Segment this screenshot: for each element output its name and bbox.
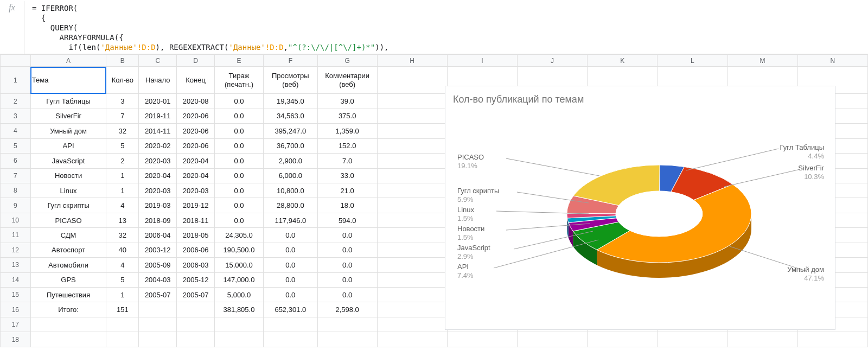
cell[interactable]: 2019-12 bbox=[177, 198, 215, 213]
cell[interactable]: 5,000.0 bbox=[215, 288, 264, 302]
row-header[interactable]: 3 bbox=[1, 109, 31, 123]
cell[interactable] bbox=[377, 288, 447, 302]
cell[interactable] bbox=[377, 67, 447, 94]
row-header[interactable]: 1 bbox=[1, 67, 31, 94]
col-M[interactable]: M bbox=[727, 55, 797, 67]
cell[interactable]: 2003-12 bbox=[139, 243, 177, 257]
cell[interactable]: 2005-12 bbox=[177, 272, 215, 287]
cell[interactable]: 7 bbox=[106, 109, 139, 123]
cell[interactable]: 2006-04 bbox=[139, 228, 177, 243]
cell[interactable] bbox=[30, 317, 106, 332]
cell[interactable]: 0.0 bbox=[263, 228, 317, 243]
cell[interactable]: Автомобили bbox=[30, 258, 106, 272]
cell[interactable]: 39.0 bbox=[317, 94, 377, 109]
cell[interactable]: 2018-05 bbox=[177, 228, 215, 243]
cell[interactable] bbox=[30, 332, 106, 347]
cell[interactable]: 5 bbox=[106, 138, 139, 153]
cell[interactable] bbox=[177, 332, 215, 347]
cell[interactable] bbox=[215, 317, 264, 332]
cell[interactable] bbox=[377, 317, 447, 332]
row-header[interactable]: 12 bbox=[1, 243, 31, 257]
cell[interactable]: Новости bbox=[30, 168, 106, 183]
cell[interactable]: 1 bbox=[106, 288, 139, 302]
cell[interactable]: 2,900.0 bbox=[263, 154, 317, 168]
cell[interactable]: 2020-04 bbox=[139, 168, 177, 183]
cell[interactable]: Linux bbox=[30, 183, 106, 198]
row-header[interactable]: 2 bbox=[1, 94, 31, 109]
row-header[interactable]: 16 bbox=[1, 302, 31, 317]
row-header[interactable]: 6 bbox=[1, 154, 31, 168]
col-D[interactable]: D bbox=[177, 55, 215, 67]
cell[interactable]: 19,345.0 bbox=[263, 94, 317, 109]
cell[interactable]: 2014-11 bbox=[139, 124, 177, 138]
cell[interactable]: 0.0 bbox=[215, 198, 264, 213]
cell[interactable]: 4 bbox=[106, 198, 139, 213]
cell[interactable]: 18.0 bbox=[317, 198, 377, 213]
cell[interactable] bbox=[797, 332, 867, 347]
cell[interactable]: 2020-03 bbox=[139, 154, 177, 168]
cell[interactable]: 1 bbox=[106, 168, 139, 183]
formula-input[interactable]: = IFERROR( { QUERY( ARRAYFORMULA({ if(le… bbox=[24, 1, 389, 62]
cell[interactable]: 2006-03 bbox=[177, 258, 215, 272]
cell[interactable]: 2020-03 bbox=[177, 183, 215, 198]
col-N[interactable]: N bbox=[797, 55, 867, 67]
cell[interactable]: Гугл Таблицы bbox=[30, 94, 106, 109]
cell[interactable] bbox=[106, 332, 139, 347]
cell[interactable]: API bbox=[30, 138, 106, 153]
cell[interactable]: 7.0 bbox=[317, 154, 377, 168]
cell[interactable]: 0.0 bbox=[317, 243, 377, 257]
cell[interactable] bbox=[377, 168, 447, 183]
cell[interactable]: 2,598.0 bbox=[317, 302, 377, 317]
cell-F1[interactable]: Просмотры(веб) bbox=[263, 67, 317, 94]
cell-B1[interactable]: Кол-во bbox=[106, 67, 139, 94]
row-header[interactable]: 13 bbox=[1, 258, 31, 272]
cell[interactable]: 2020-06 bbox=[177, 138, 215, 153]
cell[interactable]: 2019-11 bbox=[139, 109, 177, 123]
cell[interactable] bbox=[377, 198, 447, 213]
cell[interactable] bbox=[263, 332, 317, 347]
cell[interactable]: 381,805.0 bbox=[215, 302, 264, 317]
cell[interactable]: 0.0 bbox=[263, 272, 317, 287]
cell[interactable] bbox=[377, 94, 447, 109]
cell[interactable]: 147,000.0 bbox=[215, 272, 264, 287]
col-E[interactable]: E bbox=[215, 55, 264, 67]
cell[interactable]: 0.0 bbox=[215, 94, 264, 109]
col-A[interactable]: A bbox=[30, 55, 106, 67]
row-header[interactable]: 4 bbox=[1, 124, 31, 138]
col-L[interactable]: L bbox=[658, 55, 727, 67]
cell[interactable] bbox=[139, 302, 177, 317]
cell[interactable] bbox=[377, 258, 447, 272]
cell[interactable]: 2005-07 bbox=[177, 288, 215, 302]
cell[interactable]: 117,946.0 bbox=[263, 213, 317, 227]
cell[interactable] bbox=[377, 272, 447, 287]
cell[interactable] bbox=[377, 302, 447, 317]
cell-E1[interactable]: Тираж(печатн.) bbox=[215, 67, 264, 94]
cell[interactable]: 0.0 bbox=[215, 213, 264, 227]
cell[interactable]: Гугл скрипты bbox=[30, 198, 106, 213]
cell[interactable]: 0.0 bbox=[215, 168, 264, 183]
cell[interactable]: 0.0 bbox=[263, 243, 317, 257]
cell[interactable]: 1 bbox=[106, 183, 139, 198]
cell[interactable]: Автоспорт bbox=[30, 243, 106, 257]
cell[interactable]: 151 bbox=[106, 302, 139, 317]
cell[interactable] bbox=[377, 213, 447, 227]
cell[interactable]: 0.0 bbox=[215, 124, 264, 138]
cell[interactable]: 3 bbox=[106, 94, 139, 109]
cell[interactable]: 2019-03 bbox=[139, 198, 177, 213]
cell[interactable] bbox=[317, 317, 377, 332]
cell[interactable]: 152.0 bbox=[317, 138, 377, 153]
cell[interactable] bbox=[377, 138, 447, 153]
cell[interactable]: 2020-03 bbox=[139, 183, 177, 198]
cell[interactable] bbox=[215, 332, 264, 347]
cell[interactable]: 2018-11 bbox=[177, 213, 215, 227]
row-header[interactable]: 5 bbox=[1, 138, 31, 153]
cell[interactable]: Умный дом bbox=[30, 124, 106, 138]
cell-A1[interactable]: Тема bbox=[30, 67, 106, 94]
cell[interactable]: 0.0 bbox=[317, 258, 377, 272]
cell[interactable]: 13 bbox=[106, 213, 139, 227]
cell[interactable] bbox=[377, 124, 447, 138]
cell[interactable]: GPS bbox=[30, 272, 106, 287]
cell[interactable] bbox=[139, 317, 177, 332]
cell[interactable] bbox=[377, 228, 447, 243]
cell[interactable]: PICASO bbox=[30, 213, 106, 227]
